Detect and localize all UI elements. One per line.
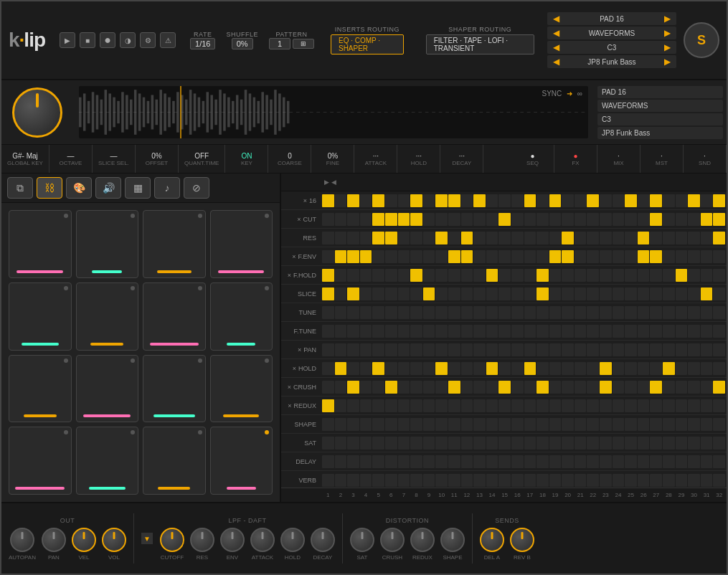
seq-row-x-3[interactable]: × (288, 253, 296, 260)
knob-autopan[interactable] (10, 528, 34, 552)
seq-cell-13-11[interactable] (461, 437, 473, 450)
knob-crush[interactable] (380, 528, 405, 552)
seq-cell-14-27[interactable] (663, 455, 675, 468)
seq-cell-0-30[interactable] (701, 194, 713, 207)
seq-cell-6-21[interactable] (587, 306, 599, 319)
seq-cell-9-23[interactable] (613, 362, 625, 375)
seq-cell-14-30[interactable] (701, 455, 713, 468)
pad-5[interactable] (9, 282, 72, 351)
seq-cell-2-22[interactable] (600, 232, 612, 244)
seq-cell-1-10[interactable] (448, 213, 460, 226)
seq-cell-12-10[interactable] (448, 418, 460, 431)
seq-cell-6-23[interactable] (613, 306, 625, 319)
seq-cell-8-21[interactable] (587, 343, 599, 356)
coarse-item[interactable]: 0 COARSE (268, 145, 311, 173)
seq-cell-11-5[interactable] (385, 399, 397, 412)
seq-cell-4-14[interactable] (498, 269, 511, 282)
seq-cell-4-31[interactable] (713, 269, 725, 282)
seq-cell-14-2[interactable] (347, 455, 359, 468)
seq-cell-8-6[interactable] (398, 343, 410, 356)
pattern-value[interactable]: 1 (269, 38, 290, 49)
pad-6[interactable] (76, 282, 139, 351)
seq-cell-6-15[interactable] (511, 306, 524, 319)
seq-cell-5-7[interactable] (410, 288, 422, 300)
seq-cell-7-12[interactable] (473, 325, 486, 338)
seq-cell-2-5[interactable] (385, 232, 397, 244)
filter-arrow[interactable]: ▼ (141, 533, 153, 544)
seq-cell-12-7[interactable] (410, 418, 422, 431)
seq-cell-9-10[interactable] (448, 362, 460, 375)
seq-cell-7-10[interactable] (448, 325, 460, 338)
octave-item[interactable]: — OCTAVE (49, 145, 93, 173)
shuffle-value[interactable]: 0% (232, 38, 253, 49)
pad-10[interactable] (76, 355, 139, 423)
seq-cell-10-10[interactable] (448, 381, 460, 394)
seq-cell-6-18[interactable] (549, 306, 562, 319)
seq-cell-3-7[interactable] (410, 250, 422, 263)
seq-cell-8-16[interactable] (524, 343, 536, 356)
seq-cell-5-30[interactable] (701, 288, 713, 300)
seq-cell-8-17[interactable] (536, 343, 549, 356)
seq-cell-9-18[interactable] (549, 362, 562, 375)
seq-cell-13-3[interactable] (360, 437, 372, 450)
seq-cell-0-8[interactable] (423, 194, 435, 207)
seq-cell-13-21[interactable] (587, 437, 599, 450)
seq-cell-0-22[interactable] (600, 194, 612, 207)
seq-row-x-11[interactable]: × (284, 402, 291, 409)
seq-cell-4-1[interactable] (335, 269, 347, 282)
seq-cell-3-16[interactable] (524, 250, 536, 263)
seq-cell-1-4[interactable] (372, 213, 384, 226)
seq-cell-1-14[interactable] (498, 213, 511, 226)
seq-cell-7-27[interactable] (663, 325, 675, 338)
pad-1[interactable] (9, 210, 72, 278)
seq-cell-5-13[interactable] (486, 288, 498, 300)
seq-cell-12-9[interactable] (435, 418, 448, 431)
tab-link[interactable]: ⛓ (37, 177, 62, 199)
seq-cell-15-25[interactable] (638, 474, 650, 487)
seq-cell-2-27[interactable] (663, 232, 675, 244)
seq-cell-6-2[interactable] (347, 306, 359, 319)
seq-cell-8-14[interactable] (498, 343, 511, 356)
alert-button[interactable]: ⚠ (160, 32, 176, 48)
seq-cell-12-25[interactable] (638, 418, 650, 431)
seq-cell-14-0[interactable] (322, 455, 334, 468)
knob-pan[interactable] (42, 528, 66, 552)
seq-cell-12-0[interactable] (322, 418, 334, 431)
seq-cell-1-2[interactable] (347, 213, 359, 226)
seq-cell-8-22[interactable] (600, 343, 612, 356)
seq-cell-1-21[interactable] (587, 213, 599, 226)
seq-cell-10-27[interactable] (663, 381, 675, 394)
seq-cell-0-3[interactable] (360, 194, 372, 207)
seq-cell-4-10[interactable] (448, 269, 460, 282)
seq-cell-10-17[interactable] (536, 381, 549, 394)
seq-cell-10-7[interactable] (410, 381, 422, 394)
seq-cell-1-24[interactable] (625, 213, 637, 226)
seq-cell-12-20[interactable] (575, 418, 587, 431)
seq-cell-8-24[interactable] (625, 343, 637, 356)
seq-cell-0-27[interactable] (663, 194, 675, 207)
knob-env[interactable] (220, 528, 245, 552)
seq-cell-3-9[interactable] (435, 250, 448, 263)
seq-cell-1-19[interactable] (562, 213, 574, 226)
seq-cell-11-15[interactable] (511, 399, 524, 412)
seq-cell-10-0[interactable] (322, 381, 334, 394)
seq-cell-0-21[interactable] (587, 194, 599, 207)
seq-cell-10-19[interactable] (562, 381, 574, 394)
seq-cell-8-8[interactable] (423, 343, 435, 356)
seq-cell-2-30[interactable] (701, 232, 713, 244)
seq-cell-14-8[interactable] (423, 455, 435, 468)
seq-cell-3-24[interactable] (625, 250, 637, 263)
seq-cell-3-17[interactable] (536, 250, 549, 263)
seq-cell-4-2[interactable] (347, 269, 359, 282)
seq-cell-0-25[interactable] (638, 194, 650, 207)
seq-cell-3-12[interactable] (473, 250, 486, 263)
seq-cell-7-6[interactable] (398, 325, 410, 338)
seq-cell-12-31[interactable] (713, 418, 725, 431)
knob-cutoff[interactable] (160, 528, 184, 552)
seq-cell-0-15[interactable] (511, 194, 524, 207)
seq-cell-14-18[interactable] (549, 455, 562, 468)
seq-cell-10-11[interactable] (461, 381, 473, 394)
seq-cell-8-27[interactable] (663, 343, 675, 356)
seq-cell-13-15[interactable] (511, 437, 524, 450)
seq-cell-9-2[interactable] (347, 362, 359, 375)
